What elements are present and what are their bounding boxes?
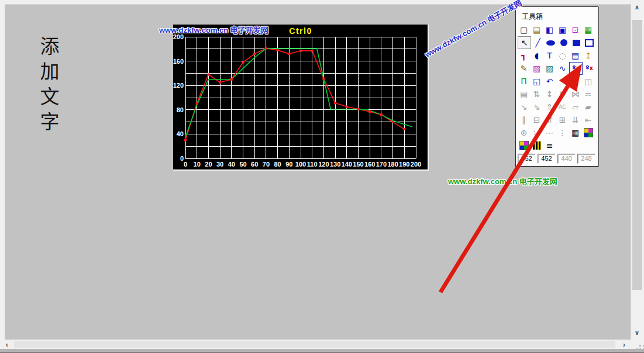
- rounded-rect-tool-icon[interactable]: [583, 37, 595, 49]
- import-export-icon[interactable]: ◧: [543, 24, 556, 36]
- svg-text:50: 50: [239, 161, 246, 168]
- window-bottom-edge: [0, 349, 644, 353]
- move-down-right-icon[interactable]: ↘: [518, 101, 530, 113]
- align-middle-icon[interactable]: ⊟: [531, 114, 543, 126]
- svg-text:130: 130: [330, 161, 340, 168]
- space-horizontal-icon[interactable]: ⇤: [582, 114, 594, 126]
- bring-front-icon[interactable]: ⇑: [543, 101, 556, 113]
- snap-lines-icon[interactable]: ∺: [531, 127, 543, 139]
- dot-column-icon[interactable]: ⋮: [556, 127, 569, 139]
- run-screen-icon[interactable]: ▦: [582, 24, 594, 36]
- rotate-icon[interactable]: ↻: [556, 88, 569, 100]
- select-cursor-icon[interactable]: ↖: [518, 36, 531, 49]
- svg-text:40: 40: [177, 130, 184, 137]
- redo-icon[interactable]: ↷: [556, 75, 569, 87]
- image-tool-icon[interactable]: ▧: [531, 63, 543, 74]
- rocket-icon[interactable]: ↥: [582, 50, 594, 61]
- svg-text:200: 200: [411, 161, 421, 168]
- center-in-form-icon[interactable]: ⊕: [518, 127, 530, 139]
- toolbox-field-4: 248: [577, 154, 595, 164]
- space-vertical-icon[interactable]: ⇊: [569, 114, 581, 126]
- svg-text:Ctrl0: Ctrl0: [289, 26, 312, 36]
- axis-scale-tool-icon[interactable]: ºx: [569, 62, 583, 75]
- svg-text:70: 70: [263, 161, 270, 168]
- color-settings-icon[interactable]: [518, 140, 530, 151]
- svg-text:140: 140: [342, 161, 352, 168]
- stretch-icon[interactable]: ≍: [582, 88, 594, 100]
- svg-text:10: 10: [194, 161, 201, 168]
- watermark-middle: www.dzkfw.com.cn 电子开发网: [448, 175, 557, 186]
- horizontal-scrollbar[interactable]: ‹ ›: [0, 340, 631, 349]
- color-grid-icon[interactable]: [582, 127, 594, 139]
- cut-icon[interactable]: ✂: [569, 75, 581, 87]
- order-icon[interactable]: ▱: [569, 101, 581, 113]
- vertical-scrollbar[interactable]: ∧ ∨: [631, 0, 643, 340]
- ellipse-tool-icon[interactable]: [545, 37, 557, 49]
- report-icon[interactable]: ▤: [569, 50, 581, 61]
- toolbox-field-2[interactable]: 452: [538, 154, 556, 164]
- svg-text:90: 90: [285, 161, 292, 168]
- align-center-vertical-icon[interactable]: ∥: [518, 114, 530, 126]
- undo-icon[interactable]: ↶: [543, 75, 556, 87]
- new-file-icon[interactable]: ▢: [518, 24, 530, 36]
- line-tool-icon[interactable]: ╱: [532, 37, 544, 49]
- save-icon[interactable]: ▣: [556, 24, 569, 36]
- paste-icon[interactable]: ▤: [518, 88, 530, 100]
- vertical-scroll-thumb[interactable]: [632, 20, 642, 290]
- toolbox-title[interactable]: 工具箱: [516, 7, 598, 23]
- text-tool-icon[interactable]: T: [543, 50, 556, 61]
- copy-icon[interactable]: ◫: [582, 75, 594, 87]
- edit-doc-icon[interactable]: ✎: [518, 63, 530, 74]
- rect-tool-icon[interactable]: [570, 37, 583, 49]
- move-step-icon[interactable]: ⇘: [531, 101, 543, 113]
- watermark-top: www.dzkfw.com.cn 电子开发网: [159, 24, 268, 35]
- resize-grip[interactable]: [639, 345, 641, 347]
- columns-tool-icon[interactable]: Π: [518, 75, 530, 87]
- toolbox-panel: 工具箱 ▢▤◧▣⊡▦↖╱┓◖T◌▤↥✎▧▨∿ºxºxΠ◱↶↷✂◫▤⇅↕↻⋈≍↘⇘…: [515, 6, 598, 167]
- preview-screen-icon[interactable]: ⊡: [569, 24, 581, 36]
- flip-vertical-icon[interactable]: ↕: [543, 88, 556, 100]
- svg-text:80: 80: [177, 106, 184, 113]
- toolbox-grid: ▢▤◧▣⊡▦↖╱┓◖T◌▤↥✎▧▨∿ºxºxΠ◱↶↷✂◫▤⇅↕↻⋈≍↘⇘⇑AC▱…: [516, 23, 598, 152]
- order-back-icon[interactable]: ▰: [582, 101, 594, 113]
- mirror-icon[interactable]: ⋈: [569, 88, 581, 100]
- scroll-down-button[interactable]: ∨: [631, 327, 643, 338]
- open-folder-icon[interactable]: ▤: [531, 24, 543, 36]
- svg-text:100: 100: [295, 161, 306, 168]
- circle-tool-icon[interactable]: [557, 37, 570, 49]
- contrast-bars-icon[interactable]: [531, 140, 543, 151]
- svg-text:30: 30: [216, 161, 223, 168]
- svg-text:120: 120: [173, 82, 184, 89]
- line-width-icon[interactable]: ≡: [543, 140, 556, 151]
- swap-icon[interactable]: ⇅: [531, 88, 543, 100]
- size-to-tallest-icon[interactable]: ⇈: [543, 114, 556, 126]
- chart-tool-icon[interactable]: ▨: [543, 63, 556, 74]
- toolbox-coordinate-fields: 752452440248: [516, 154, 598, 164]
- horizontal-scroll-thumb[interactable]: [14, 341, 615, 348]
- grid-icon[interactable]: ▦: [569, 127, 581, 139]
- svg-text:80: 80: [274, 161, 281, 168]
- svg-text:160: 160: [364, 161, 375, 168]
- axis-scale2-tool-icon[interactable]: ºx: [583, 63, 595, 74]
- distribute-icon[interactable]: ⊞: [556, 114, 569, 126]
- svg-text:110: 110: [307, 161, 318, 168]
- chart-control[interactable]: 0408012016020001020304050607080901001101…: [173, 25, 429, 171]
- svg-text:0: 0: [184, 161, 187, 168]
- pipe-tool-icon[interactable]: ┓: [518, 50, 530, 61]
- svg-text:150: 150: [353, 161, 363, 168]
- dot-style-icon[interactable]: ⋯: [543, 127, 556, 139]
- scroll-left-button[interactable]: ‹: [1, 340, 13, 349]
- svg-text:60: 60: [251, 161, 258, 168]
- toolbox-field-1[interactable]: 752: [518, 154, 536, 164]
- scroll-right-button[interactable]: ›: [618, 340, 630, 349]
- image-export-icon[interactable]: ◱: [531, 75, 543, 87]
- marquee-tool-icon[interactable]: ◌: [556, 50, 569, 61]
- freq-tool-icon[interactable]: ∿: [556, 63, 569, 74]
- arc-tool-icon[interactable]: ◖: [531, 50, 543, 61]
- vertical-text-label[interactable]: 添加文字: [34, 36, 62, 137]
- toolbox-field-3: 440: [557, 154, 576, 164]
- ac-labels-icon[interactable]: AC: [556, 101, 569, 113]
- scroll-up-button[interactable]: ∧: [631, 1, 643, 13]
- svg-text:170: 170: [376, 161, 387, 168]
- svg-text:20: 20: [205, 161, 212, 168]
